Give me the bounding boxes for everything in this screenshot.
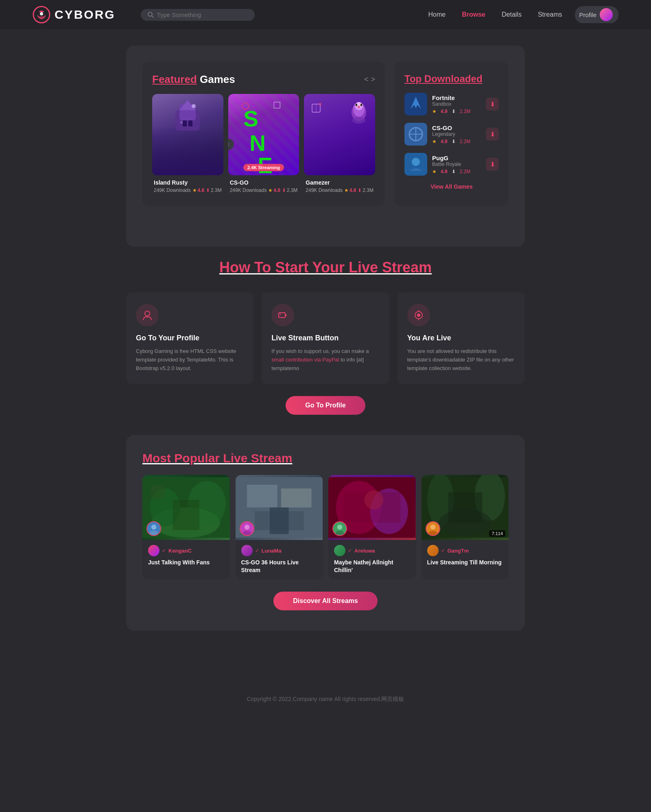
top-game-name-1: CS-GO [432,124,481,131]
stream-thumb-3: 7:114 [422,475,509,540]
svg-rect-68 [448,492,482,523]
game-dlcount-1: 2.3M [287,187,298,193]
prev-arrow[interactable]: < [364,75,369,84]
featured-title: Featured Games [152,73,235,86]
top-game-info-pubg: PugG Battle Royale ★ 4.9 ⬇ 2.2M [432,155,481,174]
top-dlcount-2: 2.2M [460,169,471,174]
gamezer-shapes [310,102,322,114]
game-card-island[interactable]: Island Rusty 249K Downloads ★4.8 ⬇2.3M [152,94,223,195]
live-icon [413,309,424,321]
svg-rect-46 [173,500,199,531]
profile-icon [142,309,153,321]
next-arrow[interactable]: > [371,75,375,84]
step-profile: Go To Your Profile Cyborg Gaming is free… [126,292,253,384]
stream-card-0[interactable]: ✓ KenganC Just Talking With Fans [142,475,230,579]
download-btn-fortnite[interactable]: ⬇ [486,98,499,111]
svg-rect-15 [274,102,280,108]
top-thumb-pubg [404,153,427,176]
top-game-genre-1: Legendary [432,131,481,137]
svg-point-47 [150,485,165,500]
stream-title-2: Maybe Nathej Allnight Chillin' [334,559,410,573]
verified-icon-0: ✓ [162,548,166,553]
stream-avatar-overlay-3 [426,521,440,536]
top-game-info-csgo: CS-GO Legendary ★ 4.9 ⬇ 2.2M [432,124,481,144]
stream-user-2: ✓ Areluwa [334,545,410,556]
top-game-csgo: CS-GO Legendary ★ 4.9 ⬇ 2.2M ⬇ [404,123,499,146]
nav-home[interactable]: Home [428,11,446,18]
download-btn-csgo[interactable]: ⬇ [486,128,499,141]
top-game-info-fortnite: Fortnite Sandbox ★ 4.9 ⬇ 2.2M [432,94,481,114]
streaming-badge: 2.4K Streaming [243,164,284,171]
profile-label: Profile [579,11,596,18]
game-name-1: CS-GO [230,179,298,186]
svg-rect-20 [356,104,357,106]
discover-all-streams-button[interactable]: Discover All Streams [273,592,377,610]
stream-card-3[interactable]: 7:114 ✓ GangTm Live [422,475,509,579]
svg-marker-36 [285,314,287,316]
step-icon-profile [136,304,159,327]
logo[interactable]: CYBORG [33,6,116,24]
stream-username-0: KenganC [168,548,192,554]
search-input[interactable] [157,11,238,18]
step-desc-prefix: If you wish to support us, you can make … [271,348,369,354]
go-to-profile-button[interactable]: Go To Profile [286,396,365,415]
featured-title-underline: Featured [152,73,197,85]
search-bar[interactable] [141,9,255,21]
game-card-gamezer[interactable]: Gamezer 249K Downloads ★4.8 ⬇2.3M [304,94,375,195]
game-dlcount-2: 2.3M [363,187,374,193]
stream-username-3: GangTm [448,548,469,554]
footer: Copyright © 2022.Company name All rights… [0,684,651,715]
nav-profile[interactable]: Profile [575,6,618,23]
stream-card-2[interactable]: ✓ Areluwa Maybe Nathej Allnight Chillin' [328,475,416,579]
step-livestream: Live Stream Button If you wish to suppor… [262,292,389,384]
popular-section: Most Popular Live Stream [126,435,525,630]
stream-user-avatar-3 [427,545,439,556]
island-decoration [171,98,204,139]
game-card-csgo[interactable]: ‹ S N E 2.4K Streaming [228,94,299,195]
stream-user-avatar-2 [334,545,345,556]
gamezer-decoration [347,98,371,131]
svg-line-3 [152,16,153,17]
popular-title-rest: Live Stream [220,451,292,465]
stream-thumb-1 [236,475,323,540]
top-game-name-2: PugG [432,155,481,161]
featured-section: Featured Games < > [142,62,509,206]
stream-info-1: ✓ LunaMa CS-GO 36 Hours Live Stream [236,540,323,579]
nav-streams[interactable]: Streams [538,11,562,18]
svg-point-33 [412,158,420,166]
nav-details[interactable]: Details [502,11,522,18]
top-title: Top Downloaded [404,73,499,85]
stream-info-0: ✓ KenganC Just Talking With Fans [142,540,230,572]
stream-title-3: Live Streaming Till Morning [427,559,503,566]
svg-point-22 [358,106,360,108]
download-btn-pubg[interactable]: ⬇ [486,158,499,171]
game-card-image-csgo: S N E 2.4K Streaming [228,94,299,175]
verified-icon-1: ✓ [255,548,259,553]
stream-user-3: ✓ GangTm [427,545,503,556]
nav-links: Home Browse Details Streams [428,11,562,18]
logo-icon [33,6,50,24]
svg-rect-54 [269,507,288,534]
view-all-games: View All Games [404,183,499,190]
popular-title: Most Popular Live Stream [142,451,509,465]
step-desc-0: Cyborg Gaming is free HTML CSS website t… [136,347,244,372]
streams-grid: ✓ KenganC Just Talking With Fans [142,475,509,579]
carousel-controls[interactable]: < > [364,75,375,84]
search-icon [147,11,154,18]
stream-duration-3: 7:114 [489,530,505,537]
paypal-link[interactable]: small contribution via PayPal [271,357,339,363]
top-game-genre-0: Sandbox [432,101,481,107]
livestream-icon [277,309,288,321]
game-downloads-0: 249K Downloads [154,187,191,193]
stream-info-3: ✓ GangTm Live Streaming Till Morning [422,540,509,572]
footer-text: Copyright © 2022.Company name All rights… [247,696,404,702]
top-downloaded-panel: Top Downloaded Fortnite Sandbox [395,62,509,206]
svg-rect-51 [247,485,277,507]
svg-point-26 [319,103,321,105]
nav-browse[interactable]: Browse [462,11,485,18]
step-icon-livestream [271,304,294,327]
stream-card-1[interactable]: ✓ LunaMa CS-GO 36 Hours Live Stream [236,475,323,579]
view-all-link[interactable]: View All Games [430,183,473,190]
how-title-colored: Live Stream [345,259,432,276]
step-title-1: Live Stream Button [271,334,379,342]
